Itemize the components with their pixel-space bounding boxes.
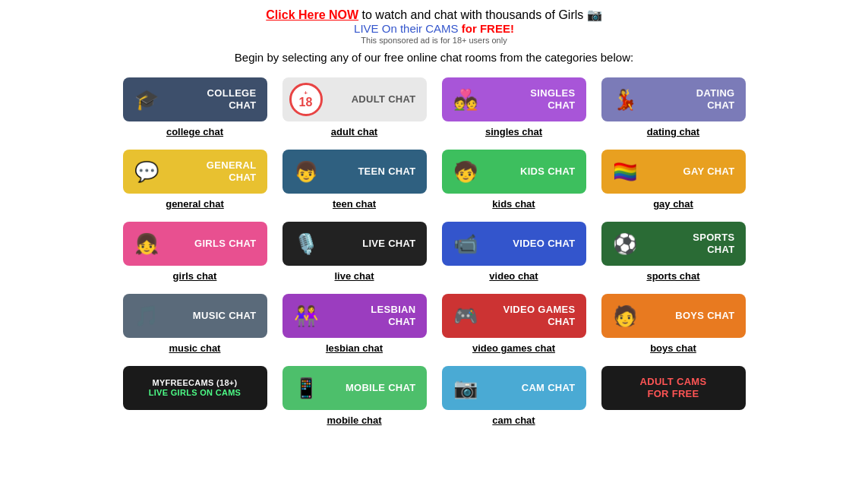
music-link[interactable]: music chat: [169, 342, 221, 354]
chat-button-boys[interactable]: 🧑BOYS CHAT: [601, 294, 746, 338]
chat-button-cam[interactable]: 📷CAM CHAT: [442, 366, 586, 410]
chat-cell-mobile[interactable]: 📱MOBILE CHATmobile chat: [282, 366, 427, 426]
chat-cell-general[interactable]: 💬GENERALCHATgeneral chat: [123, 150, 267, 210]
chat-button-girls[interactable]: 👧GIRLS CHAT: [123, 222, 267, 266]
adult-label: ADULT CHAT: [352, 93, 416, 106]
chat-cell-lesbian[interactable]: 👭LESBIANCHATlesbian chat: [282, 294, 427, 354]
boys-label: BOYS CHAT: [675, 310, 734, 322]
gay-icon: 🏳️‍🌈: [606, 153, 644, 191]
chat-cell-myfreecams[interactable]: MyFreeCams (18+)Live Girls on Cams: [123, 366, 267, 426]
video-link[interactable]: video chat: [489, 270, 538, 282]
chat-cell-singles[interactable]: 💑SINGLESCHATsingles chat: [442, 77, 586, 137]
chat-button-dating[interactable]: 💃DATINGCHAT: [601, 77, 746, 121]
videogames-link[interactable]: video games chat: [472, 342, 555, 354]
live-link[interactable]: live chat: [334, 270, 374, 282]
chat-cell-live[interactable]: 🎙️LIVE CHATlive chat: [282, 222, 427, 282]
lesbian-link[interactable]: lesbian chat: [326, 342, 383, 354]
mobile-link[interactable]: mobile chat: [327, 415, 381, 426]
click-here-link[interactable]: Click Here NOW: [266, 8, 358, 21]
chat-cell-teen[interactable]: 👦TEEN CHATteen chat: [282, 150, 427, 210]
video-icon: 📹: [447, 225, 485, 263]
live-line: LIVE On their CAMS for FREE!: [354, 22, 514, 35]
mobile-icon: 📱: [287, 369, 325, 407]
chat-button-kids[interactable]: 🧒KIDS CHAT: [442, 150, 586, 194]
chat-button-teen[interactable]: 👦TEEN CHAT: [282, 150, 427, 194]
gay-label: GAY CHAT: [683, 166, 735, 178]
chat-cell-sports[interactable]: ⚽SPORTSCHATsports chat: [601, 222, 746, 282]
chat-button-mobile[interactable]: 📱MOBILE CHAT: [282, 366, 427, 410]
dating-icon: 💃: [606, 80, 644, 118]
chat-cell-boys[interactable]: 🧑BOYS CHATboys chat: [601, 294, 746, 354]
chat-grid: 🎓COLLEGECHATcollege chat+18ADULT CHATadu…: [123, 77, 746, 426]
chat-button-live[interactable]: 🎙️LIVE CHAT: [282, 222, 427, 266]
college-link[interactable]: college chat: [166, 126, 223, 137]
singles-label: SINGLESCHAT: [530, 87, 575, 111]
chat-button-adultcams[interactable]: Adult CamsFor Free: [601, 366, 746, 410]
chat-cell-girls[interactable]: 👧GIRLS CHATgirls chat: [123, 222, 267, 282]
gay-link[interactable]: gay chat: [653, 198, 693, 210]
teen-label: TEEN CHAT: [358, 166, 415, 178]
chat-cell-college[interactable]: 🎓COLLEGECHATcollege chat: [123, 77, 267, 137]
click-suffix: to watch and chat with thousands of Girl…: [362, 8, 584, 21]
chat-button-videogames[interactable]: 🎮VIDEO GAMESCHAT: [442, 294, 586, 338]
chat-button-adult[interactable]: +18ADULT CHAT: [282, 77, 427, 121]
girls-label: GIRLS CHAT: [194, 238, 256, 250]
boys-icon: 🧑: [606, 297, 644, 335]
general-link[interactable]: general chat: [166, 198, 224, 210]
sports-label: SPORTSCHAT: [693, 232, 734, 255]
teen-link[interactable]: teen chat: [333, 198, 376, 210]
kids-icon: 🧒: [447, 153, 485, 191]
cam-icon: 📷: [587, 8, 602, 21]
chat-button-general[interactable]: 💬GENERALCHAT: [123, 150, 267, 194]
intro-text: Begin by selecting any of our free onlin…: [235, 51, 633, 64]
girls-icon: 👧: [128, 225, 166, 263]
videogames-icon: 🎮: [447, 297, 485, 335]
girls-link[interactable]: girls chat: [173, 270, 217, 282]
cam-label: CAM CHAT: [522, 382, 576, 394]
cam-icon: 📷: [447, 369, 485, 407]
chat-button-sports[interactable]: ⚽SPORTSCHAT: [601, 222, 746, 266]
chat-cell-adult[interactable]: +18ADULT CHATadult chat: [282, 77, 427, 137]
chat-cell-adultcams[interactable]: Adult CamsFor Free: [601, 366, 746, 426]
dating-link[interactable]: dating chat: [647, 126, 699, 137]
singles-link[interactable]: singles chat: [485, 126, 542, 137]
adultcams-label: Adult CamsFor Free: [601, 376, 746, 399]
kids-label: KIDS CHAT: [520, 166, 576, 178]
kids-link[interactable]: kids chat: [492, 198, 535, 210]
top-banner: Click Here NOW to watch and chat with th…: [266, 8, 601, 45]
chat-button-music[interactable]: 🎵MUSIC CHAT: [123, 294, 267, 338]
chat-cell-cam[interactable]: 📷CAM CHATcam chat: [442, 366, 586, 426]
adult-icon: +18: [287, 80, 325, 118]
sponsored-text: This sponsored ad is for 18+ users only: [266, 36, 601, 45]
chat-cell-videogames[interactable]: 🎮VIDEO GAMESCHATvideo games chat: [442, 294, 586, 354]
music-label: MUSIC CHAT: [193, 310, 257, 322]
chat-cell-kids[interactable]: 🧒KIDS CHATkids chat: [442, 150, 586, 210]
general-icon: 💬: [128, 153, 166, 191]
chat-cell-gay[interactable]: 🏳️‍🌈GAY CHATgay chat: [601, 150, 746, 210]
chat-button-gay[interactable]: 🏳️‍🌈GAY CHAT: [601, 150, 746, 194]
chat-cell-video[interactable]: 📹VIDEO CHATvideo chat: [442, 222, 586, 282]
cam-link[interactable]: cam chat: [492, 415, 535, 426]
sports-link[interactable]: sports chat: [646, 270, 699, 282]
chat-button-video[interactable]: 📹VIDEO CHAT: [442, 222, 586, 266]
18plus-badge: +18: [289, 83, 323, 116]
myfreecams-label: MyFreeCams (18+)Live Girls on Cams: [123, 378, 267, 398]
live-icon: 🎙️: [287, 225, 325, 263]
chat-cell-music[interactable]: 🎵MUSIC CHATmusic chat: [123, 294, 267, 354]
adult-link[interactable]: adult chat: [331, 126, 377, 137]
video-label: VIDEO CHAT: [513, 238, 575, 250]
sports-icon: ⚽: [606, 225, 644, 263]
chat-button-singles[interactable]: 💑SINGLESCHAT: [442, 77, 586, 121]
dating-label: DATINGCHAT: [696, 87, 735, 111]
chat-button-college[interactable]: 🎓COLLEGECHAT: [123, 77, 267, 121]
college-label: COLLEGECHAT: [207, 87, 257, 111]
boys-link[interactable]: boys chat: [650, 342, 696, 354]
music-icon: 🎵: [128, 297, 166, 335]
college-icon: 🎓: [128, 80, 166, 118]
chat-cell-dating[interactable]: 💃DATINGCHATdating chat: [601, 77, 746, 137]
videogames-label: VIDEO GAMESCHAT: [503, 304, 575, 327]
lesbian-label: LESBIANCHAT: [371, 304, 415, 327]
teen-icon: 👦: [287, 153, 325, 191]
chat-button-myfreecams[interactable]: MyFreeCams (18+)Live Girls on Cams: [123, 366, 267, 410]
chat-button-lesbian[interactable]: 👭LESBIANCHAT: [282, 294, 427, 338]
